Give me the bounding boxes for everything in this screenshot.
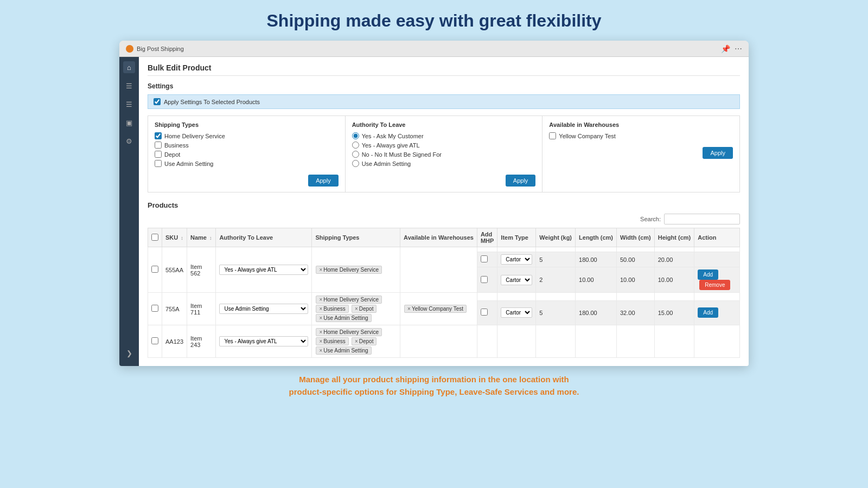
- apply-settings-label: Apply Settings To Selected Products: [164, 99, 260, 105]
- row2-sub1-length-val: 180.00: [576, 300, 617, 325]
- row3-tag-depot: ×Depot: [352, 337, 377, 345]
- row1-atl-select[interactable]: Yes - Always give ATL Yes - Ask My Custo…: [219, 265, 308, 275]
- row1-sku: 555AA: [162, 247, 187, 293]
- table-row: AA123 Item 243 Yes - Always give ATL Yes…: [148, 325, 740, 358]
- col-height: Height (cm): [654, 228, 694, 247]
- atl-admin-setting-radio[interactable]: [352, 160, 359, 167]
- row2-sub1-add-button[interactable]: Add: [698, 307, 718, 318]
- row1-sub1-width-val: 50.00: [617, 252, 655, 267]
- bulk-edit-header: Bulk Edit Product: [148, 63, 740, 76]
- browser-bar: Big Post Shipping 📌 ⋯: [119, 41, 749, 57]
- row1-sub1-weight: [536, 247, 576, 252]
- warehouse-yellow-company-checkbox[interactable]: [549, 132, 556, 139]
- atl-no-signed: No - No It Must Be Signed For: [352, 151, 536, 158]
- row3-action: [694, 325, 740, 358]
- col-item-type: Item Type: [497, 228, 536, 247]
- atl-admin-setting: Use Admin Setting: [352, 160, 536, 167]
- shipping-type-home-checkbox[interactable]: [155, 132, 162, 139]
- shipping-type-business-checkbox[interactable]: [155, 142, 162, 149]
- col-warehouses: Available in Warehouses: [400, 228, 477, 247]
- row2-height: [654, 293, 694, 301]
- table-row: 755A Item 711 Use Admin Setting Yes - As…: [148, 293, 740, 301]
- sidebar-icon-box[interactable]: ▣: [123, 117, 135, 129]
- sidebar-icon-list2[interactable]: ☰: [123, 98, 135, 110]
- row3-warehouses: [400, 325, 477, 358]
- products-section-title: Products: [148, 201, 740, 209]
- row2-sub1-action-cell: Add: [694, 300, 740, 325]
- col-action: Action: [694, 228, 740, 247]
- warehouses-panel: Available in Warehouses Yellow Company T…: [542, 116, 739, 192]
- row3-tag-home: ×Home Delivery Service: [316, 328, 382, 336]
- row2-tag-yellow: ×Yellow Company Test: [404, 305, 467, 313]
- atl-ask-customer: Yes - Ask My Customer: [352, 132, 536, 139]
- search-bar: Search:: [148, 214, 740, 224]
- row3-checkbox[interactable]: [151, 337, 158, 344]
- row1-checkbox[interactable]: [151, 266, 158, 273]
- row2-width: [617, 293, 655, 301]
- shipping-types-apply-button[interactable]: Apply: [308, 175, 339, 187]
- row2-sub1-type-select[interactable]: Cartor: [501, 307, 532, 318]
- row1-sub1-width: [617, 247, 655, 252]
- col-sku: SKU ↕: [162, 228, 187, 247]
- row1-sub1-action: [694, 247, 740, 252]
- row2-checkbox[interactable]: [151, 305, 158, 312]
- settings-section-title: Settings: [148, 82, 740, 90]
- row3-height: [654, 325, 694, 358]
- row2-mhp: [477, 293, 497, 301]
- browser-bar-right: 📌 ⋯: [721, 44, 742, 53]
- warehouse-yellow-company: Yellow Company Test: [549, 132, 733, 139]
- shipping-type-admin-checkbox[interactable]: [155, 160, 162, 167]
- row3-mhp: [477, 325, 497, 358]
- search-input[interactable]: [664, 214, 740, 224]
- select-all-checkbox[interactable]: [151, 234, 158, 241]
- app-logo-icon: [126, 45, 133, 53]
- row2-sub1-height-val: 15.00: [654, 300, 694, 325]
- row2-atl-select[interactable]: Use Admin Setting Yes - Ask My Customer …: [219, 304, 308, 314]
- browser-bar-left: Big Post Shipping: [126, 45, 184, 53]
- more-icon[interactable]: ⋯: [735, 44, 742, 53]
- sidebar-chevron-icon[interactable]: ❯: [126, 349, 132, 357]
- row1-sub1-mhp-checkbox[interactable]: [481, 255, 488, 262]
- atl-no-signed-radio[interactable]: [352, 151, 359, 158]
- apply-settings-checkbox[interactable]: [154, 98, 161, 105]
- row1-sub2-remove-button[interactable]: Remove: [699, 280, 730, 290]
- row1-sub2-mhp-checkbox[interactable]: [481, 276, 488, 283]
- row1-sub2-height-val: 10.00: [654, 267, 694, 293]
- row1-sub1-type-select[interactable]: Cartor: [501, 254, 532, 265]
- row2-sku: 755A: [162, 293, 187, 325]
- authority-to-leave-title: Authority To Leave: [352, 121, 536, 128]
- shipping-types-title: Shipping Types: [155, 121, 339, 128]
- col-name: Name ↕: [187, 228, 216, 247]
- sidebar-icon-home[interactable]: ⌂: [123, 61, 135, 73]
- sidebar-icon-list1[interactable]: ☰: [123, 80, 135, 92]
- search-label: Search:: [640, 216, 661, 222]
- shipping-type-depot-checkbox[interactable]: [155, 151, 162, 158]
- row2-length: [576, 293, 617, 301]
- row1-sub2-type-select[interactable]: Cartor: [501, 275, 532, 285]
- atl-always-give-radio[interactable]: [352, 142, 359, 149]
- shipping-types-panel: Shipping Types Home Delivery Service Bus…: [148, 116, 346, 192]
- row3-atl-select[interactable]: Yes - Always give ATL Yes - Ask My Custo…: [219, 336, 308, 346]
- warehouses-apply-button[interactable]: Apply: [703, 147, 733, 159]
- atl-apply-button[interactable]: Apply: [506, 175, 536, 187]
- row1-sub1-height: [654, 247, 694, 252]
- apply-settings-bar: Apply Settings To Selected Products: [148, 94, 740, 109]
- row3-tag-business: ×Business: [316, 337, 348, 345]
- settings-grid: Shipping Types Home Delivery Service Bus…: [148, 115, 740, 192]
- row1-sub1-item-type: [497, 247, 536, 252]
- row3-sku: AA123: [162, 325, 187, 358]
- atl-ask-customer-radio[interactable]: [352, 132, 359, 139]
- row1-sub2-add-button[interactable]: Add: [698, 269, 718, 280]
- row2-sub1-mhp-checkbox[interactable]: [481, 309, 488, 316]
- row1-sub1-weight-val: 5: [536, 252, 576, 267]
- warehouses-title: Available in Warehouses: [549, 121, 733, 128]
- page-title: Shipping made easy with great flexibilit…: [266, 11, 601, 31]
- products-section: Products Search: SKU ↕ Name ↕ Authority …: [148, 201, 740, 358]
- pin-icon[interactable]: 📌: [721, 44, 730, 53]
- row1-sub1-add-mhp: [477, 247, 497, 252]
- authority-to-leave-panel: Authority To Leave Yes - Ask My Customer…: [346, 116, 543, 192]
- row1-sub1-length-val: 180.00: [576, 252, 617, 267]
- col-atl: Authority To Leave: [216, 228, 312, 247]
- row2-weight: [536, 293, 576, 301]
- sidebar-icon-gear[interactable]: ⚙: [123, 135, 135, 147]
